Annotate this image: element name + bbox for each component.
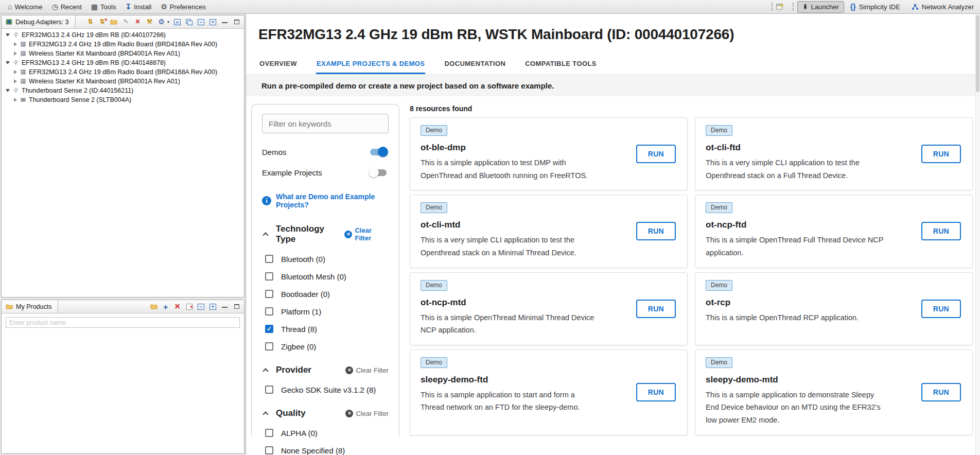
columns-view-icon[interactable]: ≡ — [173, 18, 181, 26]
new-folder-icon[interactable] — [150, 303, 157, 310]
caret-down-icon[interactable]: ▾ — [167, 20, 169, 24]
what-are-demos-link[interactable]: What are Demo and Example Projects? — [276, 192, 389, 209]
delete-icon[interactable]: ✕ — [134, 18, 142, 26]
tab-example-projects-demos[interactable]: EXAMPLE PROJECTS & DEMOS — [316, 54, 425, 74]
minimize-icon[interactable] — [221, 303, 229, 310]
run-button[interactable]: RUN — [921, 300, 961, 318]
collapsed-arrow-icon[interactable] — [14, 70, 17, 74]
welcome-menu-item[interactable]: ⌂ Welcome — [8, 3, 42, 11]
checkbox-bootloader[interactable] — [265, 290, 273, 298]
filter-option-label: Gecko SDK Suite v3.1.2 (8) — [281, 386, 376, 394]
example-projects-toggle[interactable] — [370, 169, 387, 176]
launcher-main-area: EFR32MG13 2.4 GHz 19 dBm RB, WSTK Mainbo… — [246, 14, 980, 455]
collapse-all-icon[interactable]: − — [197, 18, 205, 26]
copy-view-icon[interactable] — [185, 18, 193, 26]
checkbox-alpha[interactable] — [265, 429, 273, 437]
checkbox-platform[interactable] — [265, 307, 273, 316]
demo-card-sleepy-demo-mtd: Demo sleepy-demo-mtd This is a sample ap… — [695, 349, 973, 435]
collapsed-arrow-icon[interactable] — [14, 98, 17, 102]
checkbox-gecko-sdk[interactable] — [265, 386, 273, 394]
product-name-input[interactable] — [6, 317, 240, 328]
expand-all-icon[interactable]: + — [209, 18, 217, 26]
tree-item-label: Wireless Starter Kit Mainboard (BRD4001A… — [29, 50, 180, 57]
minimize-icon[interactable] — [221, 18, 229, 26]
tree-item-label: EFR32MG13 2.4 GHz 19 dBm Radio Board (BR… — [29, 41, 217, 48]
new-group-folder-icon[interactable] — [110, 18, 118, 26]
braces-icon: {} — [850, 3, 856, 11]
demo-badge: Demo — [706, 280, 732, 291]
tab-documentation[interactable]: DOCUMENTATION — [444, 54, 506, 74]
recent-menu-item[interactable]: ◷ Recent — [51, 3, 81, 11]
tree-item[interactable]: Wireless Starter Kit Mainboard (BRD4001A… — [2, 77, 244, 86]
demo-card-ot-cli-ftd: Demo ot-cli-ftd This is a very simple CL… — [695, 117, 973, 190]
tools-menu-item[interactable]: ▦ Tools — [91, 3, 116, 11]
debug-adapters-tab[interactable]: Debug Adapters: 3 — [2, 15, 76, 28]
run-button[interactable]: RUN — [921, 222, 961, 240]
clear-filter-technology-type[interactable]: ✕ Clear Filter — [344, 226, 389, 242]
connect-icon[interactable]: ⇅ — [86, 18, 94, 26]
launcher-label: Launcher — [811, 3, 839, 11]
tab-overview[interactable]: OVERVIEW — [259, 54, 297, 74]
debug-adapters-title: Debug Adapters: 3 — [15, 19, 69, 26]
disconnect-icon[interactable]: ⇅ — [98, 18, 106, 26]
scrollbar-thumb[interactable] — [976, 15, 979, 92]
checkbox-none-specified[interactable] — [265, 446, 273, 454]
remove-product-icon[interactable]: ✕ — [173, 303, 181, 310]
run-button[interactable]: RUN — [636, 300, 676, 318]
debug-adapters-toolbar: ⇅ ⇅ ✎ ✕ ⚒ ⚙ ▾ ≡ − + — [86, 18, 244, 26]
perspective-button-network-analyzer[interactable]: Network Analyzer — [906, 1, 979, 13]
chevron-up-icon[interactable] — [262, 232, 268, 238]
chevron-up-icon[interactable] — [262, 368, 268, 374]
chevron-up-icon[interactable] — [262, 411, 268, 417]
perspective-button-launcher[interactable]: Launcher — [797, 1, 844, 13]
run-button[interactable]: RUN — [636, 222, 676, 240]
radio-board-icon — [20, 69, 26, 76]
collapsed-arrow-icon[interactable] — [14, 42, 17, 46]
add-product-icon[interactable]: ＋ — [162, 303, 169, 310]
run-button[interactable]: RUN — [921, 145, 961, 163]
run-button[interactable]: RUN — [921, 383, 961, 401]
tree-item[interactable]: Thunderboard Sense 2 (ID:440156211) — [2, 86, 244, 95]
keyword-filter-input[interactable] — [262, 114, 389, 133]
tab-compatible-tools[interactable]: COMPATIBLE TOOLS — [524, 54, 597, 74]
device-tools-icon[interactable]: ⚒ — [146, 18, 153, 26]
checkbox-zigbee[interactable] — [265, 342, 273, 351]
run-button[interactable]: RUN — [636, 145, 676, 163]
clock-icon: ◷ — [51, 3, 58, 10]
clear-filter-label: Clear Filter — [356, 410, 389, 417]
expand-all-icon[interactable]: + — [209, 303, 217, 310]
perspective-button-simplicity-ide[interactable]: {} Simplicity IDE — [845, 1, 905, 13]
expanded-arrow-icon[interactable] — [6, 89, 10, 92]
settings-gear-icon[interactable]: ⚙ — [157, 18, 165, 26]
checkbox-bluetooth-mesh[interactable] — [265, 272, 273, 281]
checkbox-thread[interactable]: ✓ — [265, 325, 273, 333]
tree-item[interactable]: EFR32MG13 2.4 GHz 19 dBm Radio Board (BR… — [2, 40, 244, 49]
collapse-all-icon[interactable]: − — [197, 303, 205, 310]
clear-filter-provider[interactable]: ✕ Clear Filter — [345, 366, 389, 374]
open-perspective-icon[interactable] — [776, 3, 784, 11]
radio-board-icon — [20, 41, 26, 48]
expanded-arrow-icon[interactable] — [6, 61, 10, 64]
run-button[interactable]: RUN — [636, 383, 676, 401]
tree-item[interactable]: Wireless Starter Kit Mainboard (BRD4001A… — [2, 49, 244, 58]
expanded-arrow-icon[interactable] — [6, 33, 10, 37]
remove-all-icon[interactable] — [185, 303, 193, 310]
rename-icon[interactable]: ✎ — [122, 18, 130, 26]
example-projects-toggle-row: Example Projects — [262, 166, 389, 179]
my-products-tab[interactable]: My Products — [2, 300, 58, 313]
maximize-icon[interactable] — [233, 18, 240, 26]
tree-item[interactable]: EFR32MG13 2.4 GHz 19 dBm RB (ID:44010726… — [2, 30, 244, 40]
vertical-scrollbar[interactable] — [975, 14, 980, 455]
collapsed-arrow-icon[interactable] — [14, 51, 17, 56]
toolbar-separator — [793, 3, 794, 11]
preferences-menu-item[interactable]: ⚙ Preferences — [161, 3, 206, 11]
maximize-icon[interactable] — [233, 303, 240, 310]
clear-filter-quality[interactable]: ✕ Clear Filter — [345, 410, 389, 417]
install-menu-item[interactable]: ↧ Install — [125, 3, 151, 11]
collapsed-arrow-icon[interactable] — [14, 79, 17, 83]
tree-item[interactable]: EFR32MG13 2.4 GHz 19 dBm RB (ID:44014887… — [2, 58, 244, 67]
tree-item[interactable]: Thunderboard Sense 2 (SLTB004A) — [2, 95, 244, 104]
demos-toggle[interactable] — [370, 149, 387, 155]
checkbox-bluetooth[interactable] — [265, 255, 273, 263]
tree-item[interactable]: EFR32MG13 2.4 GHz 19 dBm Radio Board (BR… — [2, 67, 244, 77]
